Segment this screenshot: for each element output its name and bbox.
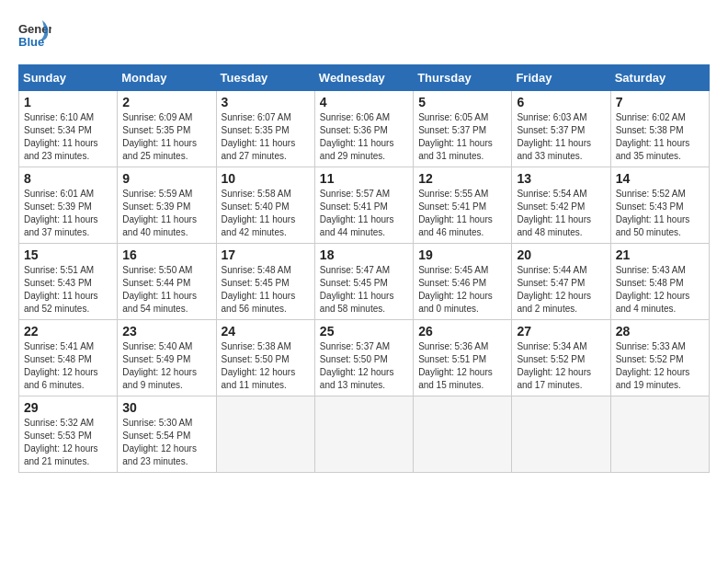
day-info: Sunrise: 5:47 AMSunset: 5:45 PMDaylight:… [320,264,408,316]
weekday-header-wednesday: Wednesday [314,65,413,91]
calendar-cell: 18 Sunrise: 5:47 AMSunset: 5:45 PMDaylig… [314,244,413,320]
calendar-cell [314,396,413,473]
calendar-cell: 28 Sunrise: 5:33 AMSunset: 5:52 PMDaylig… [610,320,709,396]
calendar-cell: 13 Sunrise: 5:54 AMSunset: 5:42 PMDaylig… [512,167,610,244]
day-number: 4 [320,95,408,109]
calendar-cell: 4 Sunrise: 6:06 AMSunset: 5:36 PMDayligh… [314,91,413,167]
day-number: 3 [222,95,310,109]
day-info: Sunrise: 5:41 AMSunset: 5:48 PMDaylight:… [24,340,112,392]
calendar-cell [216,396,314,473]
day-info: Sunrise: 5:59 AMSunset: 5:39 PMDaylight:… [122,188,210,239]
day-number: 26 [418,324,506,339]
day-number: 28 [616,324,704,339]
day-number: 29 [24,400,112,415]
day-info: Sunrise: 6:09 AMSunset: 5:35 PMDaylight:… [122,111,210,163]
calendar-cell: 27 Sunrise: 5:34 AMSunset: 5:52 PMDaylig… [512,320,610,396]
calendar-table: SundayMondayTuesdayWednesdayThursdayFrid… [18,64,710,473]
calendar-cell: 17 Sunrise: 5:48 AMSunset: 5:45 PMDaylig… [216,244,314,320]
calendar-week-row: 15 Sunrise: 5:51 AMSunset: 5:43 PMDaylig… [19,244,710,320]
day-number: 10 [222,171,310,186]
weekday-header-thursday: Thursday [414,65,512,91]
calendar-cell: 30 Sunrise: 5:30 AMSunset: 5:54 PMDaylig… [118,396,216,473]
day-info: Sunrise: 5:43 AMSunset: 5:48 PMDaylight:… [616,264,704,316]
logo: General Blue [18,18,57,55]
day-number: 27 [517,324,605,339]
day-info: Sunrise: 5:55 AMSunset: 5:41 PMDaylight:… [418,188,506,239]
calendar-cell: 6 Sunrise: 6:03 AMSunset: 5:37 PMDayligh… [512,91,610,167]
day-info: Sunrise: 5:36 AMSunset: 5:51 PMDaylight:… [418,340,506,392]
day-info: Sunrise: 6:07 AMSunset: 5:35 PMDaylight:… [222,111,310,163]
calendar-cell: 25 Sunrise: 5:37 AMSunset: 5:50 PMDaylig… [314,320,413,396]
day-number: 12 [418,171,506,186]
calendar-cell [512,396,610,473]
day-info: Sunrise: 5:32 AMSunset: 5:53 PMDaylight:… [24,417,112,468]
day-number: 23 [122,324,210,339]
day-number: 15 [24,247,112,262]
day-info: Sunrise: 5:51 AMSunset: 5:43 PMDaylight:… [24,264,112,316]
day-info: Sunrise: 5:50 AMSunset: 5:44 PMDaylight:… [122,264,210,316]
day-number: 2 [122,95,210,109]
day-info: Sunrise: 5:40 AMSunset: 5:49 PMDaylight:… [122,340,210,392]
page-header: General Blue [18,18,710,55]
calendar-cell: 14 Sunrise: 5:52 AMSunset: 5:43 PMDaylig… [610,167,709,244]
day-number: 1 [24,95,112,109]
day-number: 20 [517,247,605,262]
calendar-cell [610,396,709,473]
day-info: Sunrise: 5:52 AMSunset: 5:43 PMDaylight:… [616,188,704,239]
calendar-cell: 20 Sunrise: 5:44 AMSunset: 5:47 PMDaylig… [512,244,610,320]
weekday-header-row: SundayMondayTuesdayWednesdayThursdayFrid… [19,65,710,91]
day-info: Sunrise: 6:05 AMSunset: 5:37 PMDaylight:… [418,111,506,163]
calendar-cell: 12 Sunrise: 5:55 AMSunset: 5:41 PMDaylig… [414,167,512,244]
calendar-cell: 22 Sunrise: 5:41 AMSunset: 5:48 PMDaylig… [19,320,118,396]
calendar-cell: 16 Sunrise: 5:50 AMSunset: 5:44 PMDaylig… [118,244,216,320]
day-info: Sunrise: 5:57 AMSunset: 5:41 PMDaylight:… [320,188,408,239]
day-info: Sunrise: 5:38 AMSunset: 5:50 PMDaylight:… [222,340,310,392]
day-info: Sunrise: 6:02 AMSunset: 5:38 PMDaylight:… [616,111,704,163]
day-info: Sunrise: 5:48 AMSunset: 5:45 PMDaylight:… [222,264,310,316]
day-info: Sunrise: 5:58 AMSunset: 5:40 PMDaylight:… [222,188,310,239]
calendar-cell: 2 Sunrise: 6:09 AMSunset: 5:35 PMDayligh… [118,91,216,167]
calendar-cell: 5 Sunrise: 6:05 AMSunset: 5:37 PMDayligh… [414,91,512,167]
day-number: 8 [24,171,112,186]
day-info: Sunrise: 6:03 AMSunset: 5:37 PMDaylight:… [517,111,605,163]
day-number: 6 [517,95,605,109]
calendar-cell: 9 Sunrise: 5:59 AMSunset: 5:39 PMDayligh… [118,167,216,244]
calendar-cell: 10 Sunrise: 5:58 AMSunset: 5:40 PMDaylig… [216,167,314,244]
day-info: Sunrise: 5:37 AMSunset: 5:50 PMDaylight:… [320,340,408,392]
calendar-cell: 24 Sunrise: 5:38 AMSunset: 5:50 PMDaylig… [216,320,314,396]
calendar-week-row: 1 Sunrise: 6:10 AMSunset: 5:34 PMDayligh… [19,91,710,167]
day-number: 24 [222,324,310,339]
calendar-cell [414,396,512,473]
day-info: Sunrise: 6:10 AMSunset: 5:34 PMDaylight:… [24,111,112,163]
day-number: 18 [320,247,408,262]
day-number: 16 [122,247,210,262]
day-info: Sunrise: 5:45 AMSunset: 5:46 PMDaylight:… [418,264,506,316]
calendar-cell: 19 Sunrise: 5:45 AMSunset: 5:46 PMDaylig… [414,244,512,320]
day-number: 19 [418,247,506,262]
day-info: Sunrise: 5:44 AMSunset: 5:47 PMDaylight:… [517,264,605,316]
day-info: Sunrise: 5:30 AMSunset: 5:54 PMDaylight:… [122,417,210,468]
calendar-cell: 21 Sunrise: 5:43 AMSunset: 5:48 PMDaylig… [610,244,709,320]
calendar-cell: 8 Sunrise: 6:01 AMSunset: 5:39 PMDayligh… [19,167,118,244]
day-number: 21 [616,247,704,262]
calendar-cell: 26 Sunrise: 5:36 AMSunset: 5:51 PMDaylig… [414,320,512,396]
calendar-week-row: 29 Sunrise: 5:32 AMSunset: 5:53 PMDaylig… [19,396,710,473]
calendar-cell: 29 Sunrise: 5:32 AMSunset: 5:53 PMDaylig… [19,396,118,473]
day-info: Sunrise: 5:33 AMSunset: 5:52 PMDaylight:… [616,340,704,392]
calendar-cell: 1 Sunrise: 6:10 AMSunset: 5:34 PMDayligh… [19,91,118,167]
day-number: 30 [122,400,210,415]
calendar-cell: 11 Sunrise: 5:57 AMSunset: 5:41 PMDaylig… [314,167,413,244]
day-info: Sunrise: 5:54 AMSunset: 5:42 PMDaylight:… [517,188,605,239]
day-info: Sunrise: 6:01 AMSunset: 5:39 PMDaylight:… [24,188,112,239]
weekday-header-saturday: Saturday [610,65,709,91]
day-number: 9 [122,171,210,186]
calendar-week-row: 22 Sunrise: 5:41 AMSunset: 5:48 PMDaylig… [19,320,710,396]
weekday-header-friday: Friday [512,65,610,91]
logo-graphic: General Blue [18,18,51,55]
calendar-cell: 15 Sunrise: 5:51 AMSunset: 5:43 PMDaylig… [19,244,118,320]
calendar-cell: 3 Sunrise: 6:07 AMSunset: 5:35 PMDayligh… [216,91,314,167]
calendar-cell: 23 Sunrise: 5:40 AMSunset: 5:49 PMDaylig… [118,320,216,396]
day-number: 5 [418,95,506,109]
weekday-header-sunday: Sunday [19,65,118,91]
day-number: 7 [616,95,704,109]
